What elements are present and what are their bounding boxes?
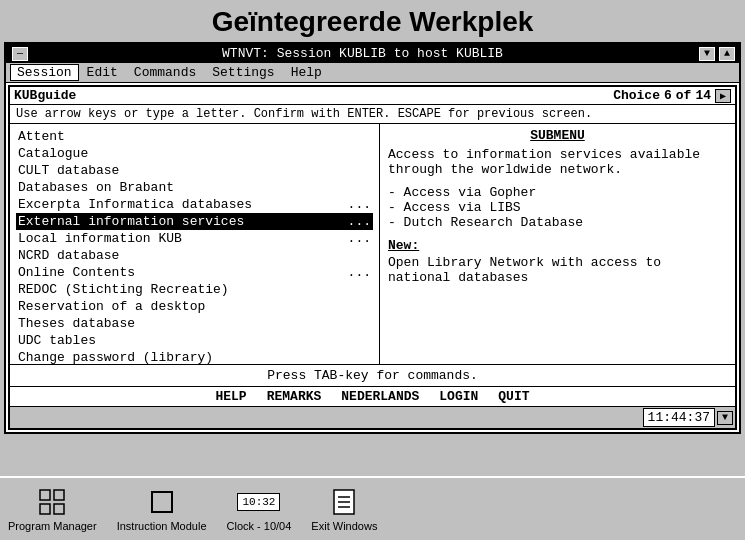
minimize-button[interactable]: ▼: [699, 47, 715, 61]
list-item[interactable]: CULT database: [16, 162, 373, 179]
instruction-bar: Use arrow keys or type a letter. Confirm…: [10, 105, 735, 124]
time-bar: 11:44:37 ▼: [10, 406, 735, 428]
submenu-description: Access to information services available…: [388, 147, 727, 177]
list-item[interactable]: Change password (library): [16, 349, 373, 364]
submenu-access-item: - Access via Gopher: [388, 185, 727, 200]
list-item[interactable]: UDC tables: [16, 332, 373, 349]
list-item-dots: ...: [348, 214, 371, 229]
list-item[interactable]: Theses database: [16, 315, 373, 332]
taskbar-item[interactable]: Instruction Module: [117, 486, 207, 532]
list-item-dots: ...: [348, 231, 371, 246]
list-item-label: CULT database: [18, 163, 119, 178]
list-item-label: Reservation of a desktop: [18, 299, 205, 314]
submenu-new-text: Open Library Network with access to nati…: [388, 255, 727, 285]
menu-settings[interactable]: Settings: [204, 64, 282, 81]
submenu-access-items: - Access via Gopher- Access via LIBS- Du…: [388, 185, 727, 230]
submenu-access-item: - Dutch Research Database: [388, 215, 727, 230]
clock-display: 10:32: [237, 493, 280, 511]
list-item-label: Excerpta Informatica databases: [18, 197, 252, 212]
list-item-dots: ...: [348, 265, 371, 280]
list-item-label: Catalogue: [18, 146, 88, 161]
list-item[interactable]: Catalogue: [16, 145, 373, 162]
choice-of: of: [676, 88, 692, 103]
list-item[interactable]: NCRD database: [16, 247, 373, 264]
left-panel: AttentCatalogueCULT databaseDatabases on…: [10, 124, 380, 364]
list-item[interactable]: Excerpta Informatica databases...: [16, 196, 373, 213]
taskbar-item[interactable]: Program Manager: [8, 486, 97, 532]
bottom-nav-item[interactable]: REMARKS: [267, 389, 322, 404]
taskbar-item-label: Program Manager: [8, 520, 97, 532]
list-item-label: UDC tables: [18, 333, 96, 348]
main-window: — WTNVT: Session KUBLIB to host KUBLIB ▼…: [4, 42, 741, 434]
page-title: Geïntegreerde Werkplek: [0, 0, 745, 42]
list-item-label: Attent: [18, 129, 65, 144]
system-menu-button[interactable]: —: [12, 47, 28, 61]
list-item[interactable]: REDOC (Stichting Recreatie): [16, 281, 373, 298]
taskbar-item-label: Exit Windows: [311, 520, 377, 532]
bottom-nav-item[interactable]: HELP: [215, 389, 246, 404]
menu-bar: Session Edit Commands Settings Help: [6, 63, 739, 83]
bottom-nav: HELPREMARKSNEDERLANDSLOGINQUIT: [10, 386, 735, 406]
inner-window: KUBguide Choice 6 of 14 ▶ Use arrow keys…: [8, 85, 737, 430]
list-item[interactable]: Attent: [16, 128, 373, 145]
title-bar: — WTNVT: Session KUBLIB to host KUBLIB ▼…: [6, 44, 739, 63]
content-area: AttentCatalogueCULT databaseDatabases on…: [10, 124, 735, 364]
window-title: WTNVT: Session KUBLIB to host KUBLIB: [28, 46, 697, 61]
menu-session[interactable]: Session: [10, 64, 79, 81]
list-item-label: Theses database: [18, 316, 135, 331]
taskbar-item[interactable]: 10:32Clock - 10/04: [227, 486, 292, 532]
inner-window-title: KUBguide: [14, 88, 76, 103]
taskbar: Program Manager Instruction Module10:32C…: [0, 476, 745, 540]
grid-icon: [36, 486, 68, 518]
inner-title-bar: KUBguide Choice 6 of 14 ▶: [10, 87, 735, 105]
choice-current: 6: [664, 88, 672, 103]
list-item[interactable]: Reservation of a desktop: [16, 298, 373, 315]
clock-icon: 10:32: [243, 486, 275, 518]
submenu-access-item: - Access via LIBS: [388, 200, 727, 215]
list-item-label: NCRD database: [18, 248, 119, 263]
exit-icon: [328, 486, 360, 518]
menu-commands[interactable]: Commands: [126, 64, 204, 81]
list-item-label: Change password (library): [18, 350, 213, 364]
list-item[interactable]: Local information KUB...: [16, 230, 373, 247]
svg-rect-1: [54, 490, 64, 500]
svg-rect-4: [152, 492, 172, 512]
square-icon: [146, 486, 178, 518]
menu-edit[interactable]: Edit: [79, 64, 126, 81]
list-item-label: Databases on Brabant: [18, 180, 174, 195]
choice-label: Choice: [613, 88, 660, 103]
choice-total: 14: [695, 88, 711, 103]
submenu-new-label: New:: [388, 238, 419, 253]
svg-rect-0: [40, 490, 50, 500]
list-item-label: External information services: [18, 214, 244, 229]
bottom-nav-item[interactable]: NEDERLANDS: [341, 389, 419, 404]
bottom-nav-item[interactable]: LOGIN: [439, 389, 478, 404]
list-item-label: Local information KUB: [18, 231, 182, 246]
bottom-nav-item[interactable]: QUIT: [498, 389, 529, 404]
taskbar-item-label: Clock - 10/04: [227, 520, 292, 532]
taskbar-item[interactable]: Exit Windows: [311, 486, 377, 532]
list-item[interactable]: Databases on Brabant: [16, 179, 373, 196]
list-item-dots: ...: [348, 197, 371, 212]
scroll-right-button[interactable]: ▶: [715, 89, 731, 103]
list-item[interactable]: External information services...: [16, 213, 373, 230]
list-item-label: Online Contents: [18, 265, 135, 280]
svg-rect-2: [40, 504, 50, 514]
menu-help[interactable]: Help: [283, 64, 330, 81]
list-item-label: REDOC (Stichting Recreatie): [18, 282, 229, 297]
time-display: 11:44:37: [643, 408, 715, 427]
submenu-title: SUBMENU: [388, 128, 727, 143]
svg-rect-3: [54, 504, 64, 514]
time-scroll-button[interactable]: ▼: [717, 411, 733, 425]
list-item[interactable]: Online Contents...: [16, 264, 373, 281]
taskbar-item-label: Instruction Module: [117, 520, 207, 532]
right-panel: SUBMENU Access to information services a…: [380, 124, 735, 364]
status-bar: Press TAB-key for commands.: [10, 364, 735, 386]
maximize-button[interactable]: ▲: [719, 47, 735, 61]
